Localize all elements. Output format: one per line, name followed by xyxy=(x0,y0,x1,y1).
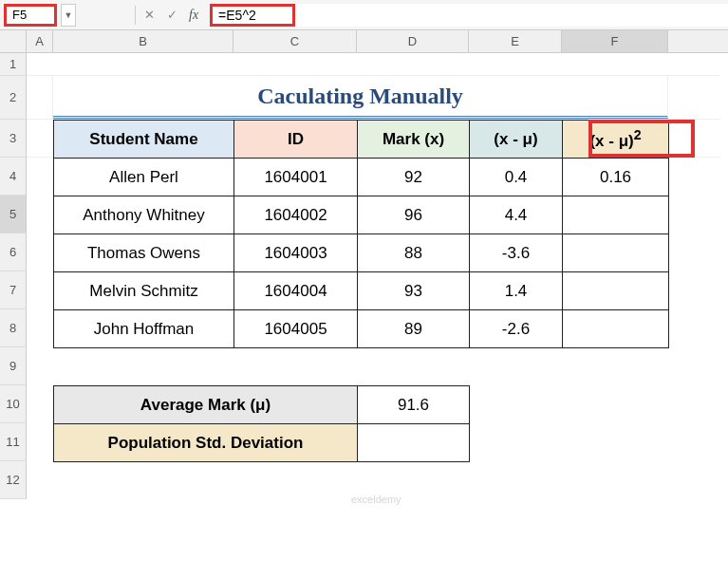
cell-name[interactable]: Thomas Owens xyxy=(54,234,234,272)
cell-diff[interactable]: 1.4 xyxy=(470,272,563,310)
fx-icon[interactable]: fx xyxy=(189,8,198,23)
name-box-dropdown[interactable]: ▼ xyxy=(61,4,76,27)
data-table: Student Name ID Mark (x) (x - μ) (x - μ)… xyxy=(53,120,669,348)
cell-name[interactable]: Melvin Schmitz xyxy=(54,272,234,310)
sheet-title: Caculating Manually xyxy=(53,76,668,119)
summary-table: Average Mark (μ) 91.6 Population Std. De… xyxy=(53,385,470,462)
col-header-B[interactable]: B xyxy=(53,30,233,52)
summary-row-avg[interactable]: Average Mark (μ) 91.6 xyxy=(54,386,470,424)
cell-sq[interactable] xyxy=(563,272,669,310)
table-row[interactable]: John Hoffman 1604005 89 -2.6 xyxy=(54,310,669,348)
cell-name[interactable]: Anthony Whitney xyxy=(54,196,234,234)
table-row[interactable]: Anthony Whitney 1604002 96 4.4 xyxy=(54,196,669,234)
std-label: Population Std. Deviation xyxy=(54,424,358,462)
cell-mark[interactable]: 96 xyxy=(358,196,470,234)
std-value[interactable] xyxy=(358,424,470,462)
row-header-2[interactable]: 2 xyxy=(0,76,27,120)
select-all-corner[interactable] xyxy=(0,30,27,52)
name-box[interactable]: F5 xyxy=(4,4,57,27)
watermark: exceldemy xyxy=(351,494,401,505)
header-sq: (x - μ)2 xyxy=(563,121,669,159)
col-header-D[interactable]: D xyxy=(357,30,469,52)
cell-sq[interactable] xyxy=(563,196,669,234)
cell-diff[interactable]: -3.6 xyxy=(470,234,563,272)
col-header-E[interactable]: E xyxy=(469,30,562,52)
row-header-1[interactable]: 1 xyxy=(0,53,27,76)
row-header-11[interactable]: 11 xyxy=(0,423,27,461)
cell-sq[interactable] xyxy=(563,234,669,272)
cell-diff[interactable]: -2.6 xyxy=(470,310,563,348)
row-header-7[interactable]: 7 xyxy=(0,271,27,309)
row-header-3[interactable]: 3 xyxy=(0,120,27,158)
row-header-12[interactable]: 12 xyxy=(0,461,27,499)
cell-name[interactable]: John Hoffman xyxy=(54,310,234,348)
table-row[interactable]: Thomas Owens 1604003 88 -3.6 xyxy=(54,234,669,272)
table-row[interactable]: Allen Perl 1604001 92 0.4 0.16 xyxy=(54,159,669,196)
cell-id[interactable]: 1604005 xyxy=(234,310,358,348)
formula-bar: F5 ▼ ✕ ✓ fx =E5^2 xyxy=(0,0,728,30)
col-header-A[interactable]: A xyxy=(27,30,53,52)
summary-row-std[interactable]: Population Std. Deviation xyxy=(54,424,470,462)
row-header-8[interactable]: 8 xyxy=(0,309,27,347)
cell-sq[interactable]: 0.16 xyxy=(563,159,669,196)
avg-value[interactable]: 91.6 xyxy=(358,386,470,424)
cell-mark[interactable]: 92 xyxy=(358,159,470,196)
enter-icon[interactable]: ✓ xyxy=(160,4,183,27)
cell-id[interactable]: 1604001 xyxy=(234,159,358,196)
cell-id[interactable]: 1604003 xyxy=(234,234,358,272)
header-diff: (x - μ) xyxy=(470,121,563,159)
row-header-5[interactable]: 5 xyxy=(0,196,27,233)
cell-name[interactable]: Allen Perl xyxy=(54,159,234,196)
table-row[interactable]: Melvin Schmitz 1604004 93 1.4 xyxy=(54,272,669,310)
cell-mark[interactable]: 88 xyxy=(358,234,470,272)
cell-mark[interactable]: 93 xyxy=(358,272,470,310)
cell-id[interactable]: 1604002 xyxy=(234,196,358,234)
formula-input[interactable]: =E5^2 xyxy=(210,4,295,27)
header-student-name: Student Name xyxy=(54,121,234,159)
row-header-4[interactable]: 4 xyxy=(0,158,27,196)
avg-label: Average Mark (μ) xyxy=(54,386,358,424)
column-headers: A B C D E F xyxy=(0,30,728,53)
row-headers: 1 2 3 4 5 6 7 8 9 10 11 12 xyxy=(0,53,27,499)
row-header-10[interactable]: 10 xyxy=(0,385,27,423)
cell-diff[interactable]: 4.4 xyxy=(470,196,563,234)
cell-id[interactable]: 1604004 xyxy=(234,272,358,310)
cancel-icon[interactable]: ✕ xyxy=(138,4,160,27)
cell-mark[interactable]: 89 xyxy=(358,310,470,348)
col-header-C[interactable]: C xyxy=(233,30,357,52)
header-id: ID xyxy=(234,121,358,159)
row-header-6[interactable]: 6 xyxy=(0,233,27,271)
header-mark: Mark (x) xyxy=(358,121,470,159)
col-header-F[interactable]: F xyxy=(562,30,668,52)
table-header-row: Student Name ID Mark (x) (x - μ) (x - μ)… xyxy=(54,121,669,159)
cell-sq[interactable] xyxy=(563,310,669,348)
cell-diff[interactable]: 0.4 xyxy=(470,159,563,196)
row-header-9[interactable]: 9 xyxy=(0,347,27,385)
